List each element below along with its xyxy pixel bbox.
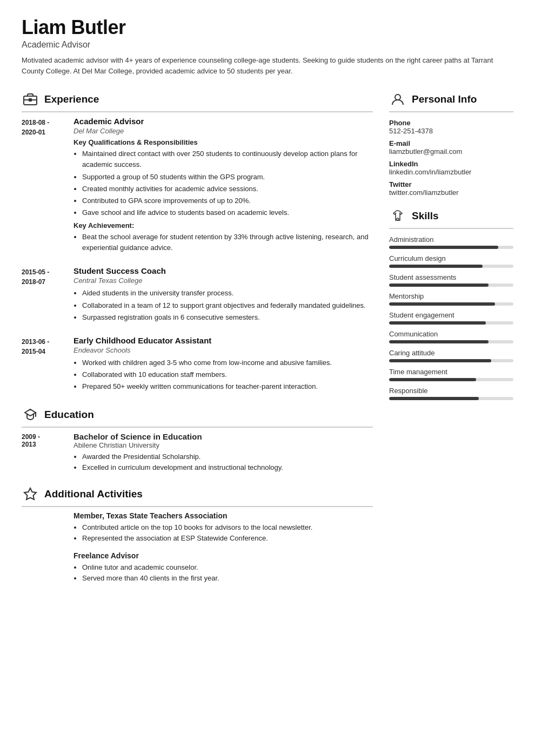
skill-name: Mentorship — [389, 292, 513, 300]
exp-date: 2018-08 - 2020-01 — [22, 117, 65, 255]
list-item: Contributed to GPA score improvements of… — [82, 195, 373, 206]
info-value: linkedin.com/in/liamzbutler — [389, 168, 513, 176]
subsection-label: Key Achievement: — [73, 221, 373, 230]
skill-bar-bg — [389, 397, 513, 400]
activity-list: Online tutor and academic counselor.Serv… — [73, 562, 373, 584]
skill-bar-fill — [389, 321, 486, 325]
skill-bar-fill — [389, 265, 483, 268]
education-title: Education — [44, 409, 94, 421]
personal-info-section: Personal Info Phone512-251-4378E-maillia… — [389, 91, 513, 197]
svg-rect-2 — [29, 98, 32, 102]
exp-title: Academic Advisor — [73, 117, 373, 126]
skill-name: Responsible — [389, 387, 513, 395]
activity-entry: Member, Texas State Teachers Association… — [22, 511, 373, 544]
skill-item: Responsible — [389, 387, 513, 400]
activity-title: Freelance Advisor — [73, 551, 373, 560]
exp-title: Early Childhood Educator Assistant — [73, 336, 373, 345]
activity-list: Contributed article on the top 10 books … — [73, 522, 373, 544]
education-icon — [22, 406, 39, 423]
skill-bar-bg — [389, 265, 513, 268]
education-section: Education 2009 - 2013Bachelor of Science… — [22, 406, 373, 473]
skills-header: Skills — [389, 207, 513, 229]
skill-bar-bg — [389, 321, 513, 325]
list-item: Aided students in the university transfe… — [82, 288, 373, 299]
exp-entry: 2018-08 - 2020-01Academic AdvisorDel Mar… — [22, 117, 373, 255]
svg-marker-4 — [24, 488, 36, 500]
list-item: Worked with children aged 3-5 who come f… — [82, 357, 373, 368]
experience-entries: 2018-08 - 2020-01Academic AdvisorDel Mar… — [22, 117, 373, 394]
list-item: Gave school and life advice to students … — [82, 207, 373, 218]
edu-date: 2009 - 2013 — [22, 432, 65, 473]
info-label: Twitter — [389, 180, 513, 188]
exp-company: Del Mar College — [73, 127, 373, 135]
skill-name: Administration — [389, 235, 513, 244]
candidate-name: Liam Butler — [22, 16, 513, 39]
list-item: Represented the association at ESP State… — [82, 533, 373, 544]
skills-icon — [389, 207, 406, 225]
education-entries: 2009 - 2013Bachelor of Science in Educat… — [22, 432, 373, 473]
exp-date: 2013-06 - 2015-04 — [22, 336, 65, 394]
exp-date: 2015-05 - 2018-07 — [22, 266, 65, 325]
svg-point-5 — [395, 94, 400, 100]
skill-item: Caring attitude — [389, 349, 513, 362]
list-item: Maintained direct contact with over 250 … — [82, 148, 373, 170]
exp-entry: 2015-05 - 2018-07Student Success CoachCe… — [22, 266, 373, 325]
list-item: Prepared 50+ weekly written communicatio… — [82, 381, 373, 392]
list-item: Surpassed registration goals in 6 consec… — [82, 312, 373, 323]
exp-list: Maintained direct contact with over 250 … — [73, 148, 373, 218]
personal-info-title: Personal Info — [412, 93, 477, 105]
skill-name: Student assessments — [389, 273, 513, 281]
edu-degree: Bachelor of Science in Education — [73, 432, 283, 441]
activities-icon — [22, 485, 39, 503]
activities-title: Additional Activities — [44, 488, 143, 500]
experience-title: Experience — [44, 93, 99, 105]
list-item: Served more than 40 clients in the first… — [82, 573, 373, 584]
skill-item: Curriculum design — [389, 254, 513, 268]
list-item: Contributed article on the top 10 books … — [82, 522, 373, 533]
skill-item: Student assessments — [389, 273, 513, 287]
exp-list: Aided students in the university transfe… — [73, 288, 373, 322]
edu-entry: 2009 - 2013Bachelor of Science in Educat… — [22, 432, 373, 473]
skill-name: Caring attitude — [389, 349, 513, 357]
list-item: Supported a group of 50 students within … — [82, 172, 373, 183]
info-label: LinkedIn — [389, 160, 513, 168]
skill-name: Student engagement — [389, 311, 513, 319]
exp-company: Endeavor Schools — [73, 346, 373, 354]
personal-info-header: Personal Info — [389, 91, 513, 112]
exp-list: Beat the school average for student rete… — [73, 232, 373, 253]
activities-section: Additional Activities Member, Texas Stat… — [22, 485, 373, 584]
list-item: Created monthly activities for academic … — [82, 184, 373, 194]
list-item: Excelled in curriculum development and i… — [82, 462, 283, 473]
exp-title: Student Success Coach — [73, 266, 373, 275]
skill-name: Time management — [389, 368, 513, 376]
experience-section: Experience 2018-08 - 2020-01Academic Adv… — [22, 91, 373, 394]
skill-bar-bg — [389, 246, 513, 249]
exp-content: Student Success CoachCentral Texas Colle… — [73, 266, 373, 325]
skill-bar-fill — [389, 246, 498, 249]
list-item: Online tutor and academic counselor. — [82, 562, 373, 573]
personal-info-icon — [389, 91, 406, 108]
exp-list: Worked with children aged 3-5 who come f… — [73, 357, 373, 392]
experience-section-header: Experience — [22, 91, 373, 112]
edu-content: Bachelor of Science in EducationAbilene … — [73, 432, 283, 473]
info-value: 512-251-4378 — [389, 127, 513, 135]
exp-entry: 2013-06 - 2015-04Early Childhood Educato… — [22, 336, 373, 394]
skill-bar-bg — [389, 284, 513, 287]
list-item: Awarded the Presidential Scholarship. — [82, 451, 283, 462]
skill-bar-fill — [389, 284, 489, 287]
activity-entry: Freelance AdvisorOnline tutor and academ… — [22, 551, 373, 584]
activity-entries: Member, Texas State Teachers Association… — [22, 511, 373, 584]
skill-item: Administration — [389, 235, 513, 249]
edu-institution: Abilene Christian University — [73, 441, 283, 449]
personal-info-item: Phone512-251-4378 — [389, 119, 513, 135]
skill-bar-bg — [389, 302, 513, 306]
personal-info-item: E-mailliamzbutler@gmail.com — [389, 139, 513, 156]
personal-info-item: LinkedInlinkedin.com/in/liamzbutler — [389, 160, 513, 176]
skills-title: Skills — [412, 210, 439, 222]
list-item: Collaborated in a team of 12 to support … — [82, 300, 373, 311]
exp-content: Early Childhood Educator AssistantEndeav… — [73, 336, 373, 394]
info-value: liamzbutler@gmail.com — [389, 147, 513, 156]
skill-bar-bg — [389, 340, 513, 343]
right-column: Personal Info Phone512-251-4378E-maillia… — [389, 91, 513, 596]
personal-info-item: Twittertwitter.com/liamzbutler — [389, 180, 513, 197]
